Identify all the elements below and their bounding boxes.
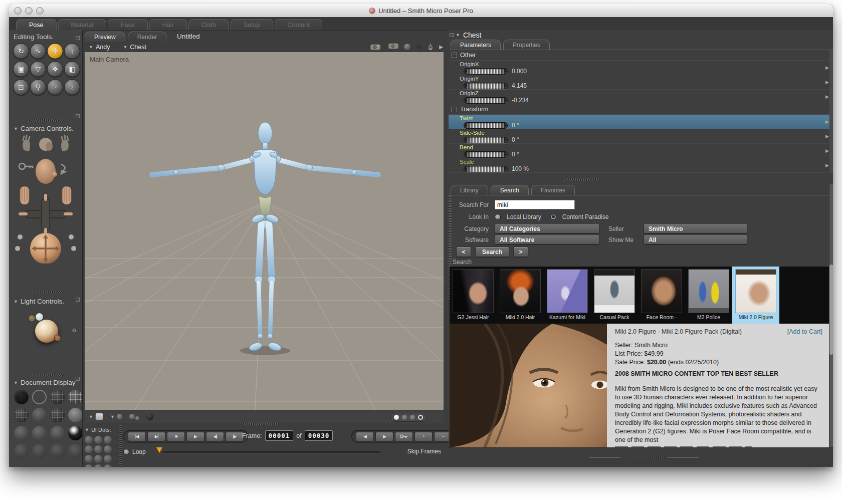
tool-chain-break-button[interactable]: ⊡ bbox=[13, 79, 29, 95]
library-scrollbar[interactable] bbox=[829, 184, 833, 447]
transport-prev-keyframe-button[interactable]: ◀ bbox=[356, 432, 374, 441]
display-mode-3-button[interactable] bbox=[410, 415, 415, 420]
display-mode-2-button[interactable] bbox=[402, 415, 407, 420]
tool-scale-button[interactable]: ▣ bbox=[13, 61, 29, 77]
panel-corner-box[interactable] bbox=[76, 114, 80, 118]
room-tab-hair[interactable]: Hair bbox=[149, 19, 187, 30]
collapse-box-icon[interactable]: − bbox=[452, 53, 457, 58]
light-1-dot[interactable] bbox=[28, 315, 36, 322]
param-row-originx[interactable]: OriginX◂▸0.000▶ bbox=[449, 61, 833, 75]
display-mode-4-button[interactable] bbox=[418, 415, 423, 420]
param-menu-arrow-icon[interactable]: ▶ bbox=[825, 163, 829, 168]
result-g2-jessi-hair[interactable]: G2 Jessi Hair bbox=[450, 267, 497, 324]
camera-controls-header[interactable]: ▼ Camera Controls. bbox=[9, 125, 74, 132]
param-menu-arrow-icon[interactable]: ▶ bbox=[825, 94, 829, 99]
transport-step-back-button[interactable]: ◀| bbox=[206, 432, 224, 441]
move-tool-icon[interactable] bbox=[415, 43, 423, 51]
param-menu-arrow-icon[interactable]: ▶ bbox=[825, 80, 829, 85]
search-button[interactable]: Search bbox=[475, 246, 509, 257]
ui-dot-11-button[interactable] bbox=[94, 464, 102, 467]
tool-rotate-button[interactable]: ↻ bbox=[13, 43, 29, 59]
panel-expand-arrow-icon[interactable]: ▶ bbox=[439, 44, 443, 50]
display-style-2-button[interactable] bbox=[32, 390, 47, 404]
result-miki-2-0-figure[interactable]: Miki 2.0 Figure bbox=[732, 267, 779, 324]
ui-dot-7-button[interactable] bbox=[85, 455, 93, 463]
display-style-4-button[interactable] bbox=[68, 390, 83, 404]
room-tab-face[interactable]: Face bbox=[108, 19, 148, 30]
param-dial[interactable]: ◂▸ bbox=[464, 97, 508, 104]
display-style-11-button[interactable] bbox=[50, 426, 65, 440]
collapse-box-icon[interactable]: − bbox=[452, 107, 457, 112]
room-tab-pose[interactable]: Pose bbox=[16, 19, 57, 30]
transport-edit-keyframes-button[interactable] bbox=[395, 432, 413, 441]
light-3-dot[interactable] bbox=[54, 335, 61, 342]
panel-grip[interactable] bbox=[564, 178, 600, 181]
param-dial[interactable]: ◂▸ bbox=[464, 151, 508, 158]
radio-local-library[interactable]: Local Library bbox=[495, 213, 541, 220]
display-style-14-button[interactable] bbox=[32, 444, 47, 458]
param-row-originz[interactable]: OriginZ◂▸-0.234▶ bbox=[449, 90, 833, 104]
display-style-16-button[interactable] bbox=[68, 444, 83, 458]
tab-render[interactable]: Render bbox=[128, 32, 166, 42]
tab-properties[interactable]: Properties bbox=[503, 40, 550, 50]
ui-dot-1-button[interactable] bbox=[85, 436, 93, 444]
transport-go-start-button[interactable]: |◀ bbox=[128, 432, 146, 441]
tool-color-button[interactable]: ◧ bbox=[64, 61, 80, 77]
panel-corner-box[interactable] bbox=[76, 298, 80, 302]
search-input[interactable] bbox=[495, 200, 575, 209]
transport-next-keyframe-button[interactable]: ▶ bbox=[375, 432, 393, 441]
parameter-scrollbar[interactable] bbox=[829, 50, 833, 173]
display-style-6-button[interactable] bbox=[32, 408, 47, 422]
room-tab-cloth[interactable]: Cloth bbox=[188, 19, 229, 30]
param-row-originy[interactable]: OriginY◂▸4.145▶ bbox=[449, 75, 833, 90]
tracking-mode-menu[interactable]: ▼ bbox=[89, 413, 103, 420]
light-2-dot[interactable] bbox=[35, 313, 44, 321]
room-tab-material[interactable]: Material bbox=[58, 19, 106, 30]
display-style-7-button[interactable] bbox=[50, 408, 65, 422]
ui-dot-9-button[interactable] bbox=[104, 455, 112, 463]
section-grip[interactable] bbox=[28, 119, 64, 122]
next-page-button[interactable]: > bbox=[513, 246, 528, 257]
ui-dot-8-button[interactable] bbox=[94, 455, 102, 463]
shadow-toggle-icon[interactable] bbox=[146, 413, 153, 420]
radio-button-icon[interactable] bbox=[550, 214, 556, 220]
param-menu-arrow-icon[interactable]: ▶ bbox=[825, 148, 829, 153]
camera-dolly-icon[interactable] bbox=[386, 43, 399, 51]
depth-cue-menu[interactable]: ▼ bbox=[110, 414, 122, 419]
section-grip[interactable] bbox=[28, 291, 64, 293]
seller-dropdown[interactable]: Smith Micro bbox=[644, 224, 747, 233]
result-kazumi-for-miki[interactable]: Kazumi for Miki bbox=[544, 267, 591, 324]
room-tab-setup[interactable]: Setup bbox=[231, 19, 273, 30]
multi-light-icon[interactable] bbox=[129, 413, 139, 420]
display-style-5-button[interactable] bbox=[14, 408, 29, 422]
ui-dot-4-button[interactable] bbox=[85, 445, 93, 453]
current-frame-field[interactable]: 00001 bbox=[266, 431, 293, 440]
tool-view-magnifier-button[interactable]: ♁ bbox=[64, 79, 80, 95]
param-dial[interactable]: ◂▸ bbox=[464, 166, 508, 172]
camera-controls-art[interactable] bbox=[13, 134, 78, 264]
loop-toggle[interactable] bbox=[123, 449, 129, 455]
transport-step-forward-button[interactable]: |▶ bbox=[226, 432, 244, 441]
tab-favorites[interactable]: Favorites bbox=[531, 185, 575, 195]
ui-dot-6-button[interactable] bbox=[104, 445, 112, 453]
tool-translate-button[interactable]: ✛ bbox=[47, 43, 63, 59]
ui-dot-10-button[interactable] bbox=[85, 464, 93, 467]
parameters-actor-header[interactable]: ▼ Chest bbox=[449, 30, 482, 40]
transport-go-end-button[interactable]: ▶| bbox=[147, 432, 165, 441]
close-button[interactable] bbox=[14, 7, 22, 15]
display-style-13-button[interactable] bbox=[14, 444, 29, 458]
panel-drag-strip[interactable] bbox=[119, 425, 122, 467]
transport-stop-button[interactable]: ■ bbox=[167, 432, 185, 441]
param-row-side-side[interactable]: Side-Side◂▸0 °▶ bbox=[449, 129, 833, 144]
tab-search[interactable]: Search bbox=[491, 185, 529, 195]
display-style-8-button[interactable] bbox=[68, 408, 83, 422]
room-tab-content[interactable]: Content bbox=[275, 19, 323, 30]
show-me-dropdown[interactable]: All bbox=[644, 235, 747, 244]
param-row-bend[interactable]: Bend◂▸0 °▶ bbox=[449, 144, 833, 158]
resize-grip[interactable] bbox=[589, 456, 699, 459]
panel-corner-box[interactable] bbox=[76, 36, 80, 40]
light-controls-header[interactable]: ▼ Light Controls. bbox=[9, 298, 64, 305]
result-casual-pack[interactable]: Casual Pack bbox=[591, 267, 638, 324]
param-menu-arrow-icon[interactable]: ▶ bbox=[825, 65, 829, 70]
result-m2-police[interactable]: M2 Police bbox=[685, 267, 732, 324]
